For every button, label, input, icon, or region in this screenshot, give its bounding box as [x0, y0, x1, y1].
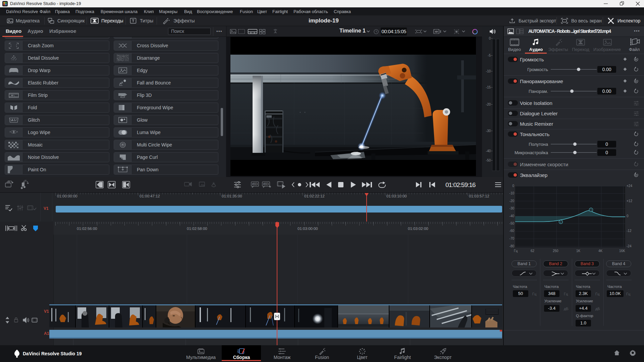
- svg-text:2: 2: [560, 221, 561, 223]
- svg-text:POI: POI: [253, 183, 256, 185]
- svg-text:HQ: HQ: [436, 31, 438, 33]
- svg-text:3: 3: [590, 209, 592, 211]
- svg-text:POI: POI: [264, 183, 267, 185]
